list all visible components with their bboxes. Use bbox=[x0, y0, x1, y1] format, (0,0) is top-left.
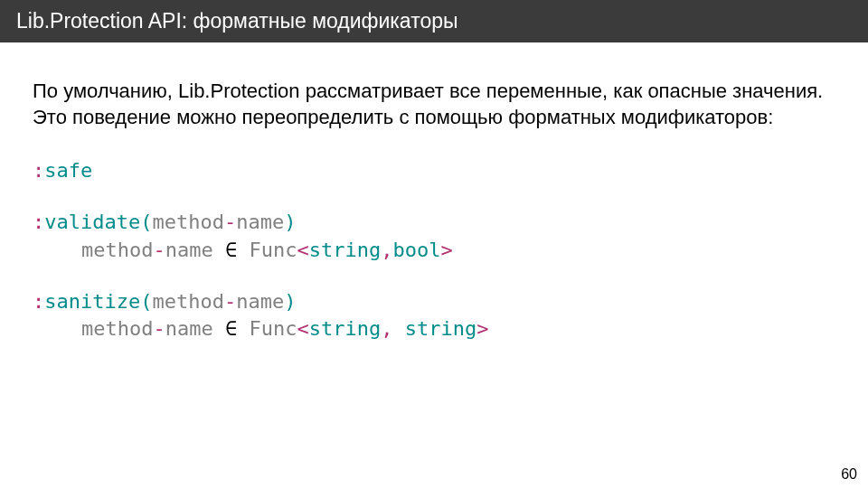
dash: - bbox=[224, 211, 236, 233]
tok-method: method bbox=[152, 290, 223, 313]
dash2: - bbox=[153, 239, 165, 261]
dash2: - bbox=[153, 317, 165, 340]
kw-validate: validate bbox=[44, 211, 140, 233]
dash: - bbox=[224, 290, 236, 313]
page-number: 60 bbox=[841, 466, 857, 483]
colon: : bbox=[33, 211, 44, 233]
tok-name: name bbox=[236, 290, 284, 313]
tok-method: method bbox=[152, 211, 223, 233]
rparen: ) bbox=[284, 211, 296, 233]
kw-safe: safe bbox=[44, 159, 92, 182]
colon: : bbox=[33, 159, 44, 182]
element-of: ∈ bbox=[213, 317, 250, 340]
lt: < bbox=[297, 317, 308, 340]
rparen: ) bbox=[284, 290, 296, 313]
intro-text: По умолчанию, Lib.Protection рассматрива… bbox=[33, 79, 835, 130]
comma: , bbox=[381, 239, 392, 261]
modifier-sanitize: :sanitize(method-name) method-name ∈ Fun… bbox=[33, 288, 835, 344]
lparen: ( bbox=[140, 211, 152, 233]
slide-content: По умолчанию, Lib.Protection рассматрива… bbox=[0, 42, 868, 343]
type-string2: string bbox=[405, 317, 476, 340]
code-section: :safe :validate(method-name) method-name… bbox=[33, 157, 835, 343]
type-string1: string bbox=[309, 317, 381, 340]
type-string: string bbox=[309, 239, 381, 261]
type-bool: bool bbox=[392, 239, 440, 261]
tok-name: name bbox=[236, 211, 284, 233]
comma: , bbox=[381, 317, 405, 340]
header-title: Lib.Protection API: форматные модификато… bbox=[16, 9, 458, 33]
sanitize-line1: :sanitize(method-name) bbox=[33, 288, 835, 316]
element-of: ∈ bbox=[213, 239, 250, 261]
func-word: Func bbox=[249, 317, 297, 340]
lparen: ( bbox=[140, 290, 152, 313]
tok-method2: method bbox=[81, 239, 153, 261]
kw-sanitize: sanitize bbox=[44, 290, 140, 313]
tok-name2: name bbox=[165, 239, 213, 261]
modifier-safe: :safe bbox=[33, 157, 835, 185]
validate-line1: :validate(method-name) bbox=[33, 209, 835, 237]
func-word: Func bbox=[249, 239, 297, 261]
lt: < bbox=[297, 239, 308, 261]
gt: > bbox=[440, 239, 452, 261]
slide-header: Lib.Protection API: форматные модификато… bbox=[0, 0, 868, 42]
colon: : bbox=[33, 290, 44, 313]
tok-method2: method bbox=[81, 317, 153, 340]
validate-line2: method-name ∈ Func<string,bool> bbox=[81, 237, 835, 265]
sanitize-line2: method-name ∈ Func<string, string> bbox=[81, 315, 835, 343]
tok-name2: name bbox=[165, 317, 213, 340]
gt: > bbox=[476, 317, 488, 340]
modifier-validate: :validate(method-name) method-name ∈ Fun… bbox=[33, 209, 835, 265]
